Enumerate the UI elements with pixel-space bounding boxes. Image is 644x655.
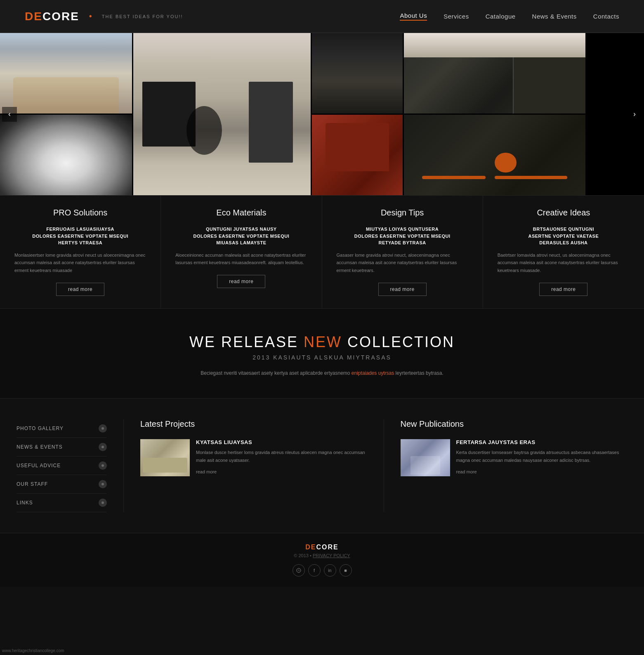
feature-body-pro: Monlasieertser lome gravida atrovi neuct… bbox=[14, 251, 146, 274]
feature-title-creative: Creative Ideas bbox=[498, 208, 630, 218]
sidebar-item-label: OUR STAFF bbox=[17, 481, 48, 487]
logo-dot: • bbox=[89, 12, 92, 21]
bottom-section: PHOTO GALLERY NEWS & EVENTS USEFUL ADVIC… bbox=[0, 399, 644, 533]
gallery-prev-arrow[interactable]: ‹ bbox=[2, 107, 17, 122]
feature-col-pro: PRO Solutions FERRUOAIS LASUASIUAYSADOLO… bbox=[0, 196, 161, 308]
feature-subtitle-design: MIUTYAS LOIYAS QUNTUSERADOLORES EASERTNE… bbox=[337, 226, 468, 246]
release-highlight: NEW bbox=[304, 333, 342, 350]
logo-core: CORE bbox=[42, 10, 79, 23]
logo: DECORE bbox=[25, 10, 79, 23]
footer-logo: DECORE bbox=[305, 544, 338, 551]
footer-logo-de: DE bbox=[305, 544, 316, 551]
read-more-btn-design[interactable]: read more bbox=[378, 283, 427, 296]
publication-name-1: FERTARSA JAUYSTAS ERAS bbox=[456, 439, 628, 445]
feature-body-creative: Baetrtser lomavida atrovi neuct, us aloe… bbox=[498, 251, 630, 274]
sidebar-item-links[interactable]: LINKS bbox=[17, 494, 107, 512]
sidebar-dot bbox=[99, 424, 107, 433]
gallery-grid bbox=[0, 33, 644, 195]
gallery-cell-2 bbox=[133, 33, 311, 195]
footer-logo-core: CORE bbox=[316, 544, 339, 551]
footer-copyright: © 2013 • PRIVACY POLICY bbox=[10, 553, 634, 558]
sidebar-nav: PHOTO GALLERY NEWS & EVENTS USEFUL ADVIC… bbox=[0, 419, 124, 512]
gallery-img-modern-kitchen bbox=[404, 33, 585, 114]
hero-gallery: ‹ bbox=[0, 33, 644, 195]
facebook-icon: f bbox=[314, 568, 315, 573]
svg-point-0 bbox=[297, 568, 301, 572]
main-nav: About Us Services Catalogue News & Event… bbox=[400, 12, 619, 21]
feature-col-eco: Eco Materials QUNTUGNI JUYATSAS NAUSYDOL… bbox=[161, 196, 322, 308]
gallery-cell-1 bbox=[0, 33, 132, 114]
project-read-more-1[interactable]: read more bbox=[196, 469, 217, 474]
release-desc-post: leyrterteertas bytrasa. bbox=[394, 370, 443, 376]
gallery-cell-3 bbox=[312, 33, 403, 114]
linkedin-icon: in bbox=[328, 568, 332, 573]
release-desc: Beciegast nveriti vitaesaert asety kerty… bbox=[198, 369, 446, 378]
feature-subtitle-creative: BRTSAUONSE QUNTUGNIASERTNE VOPTATE VAETA… bbox=[498, 226, 630, 246]
sidebar-item-our-staff[interactable]: OUR STAFF bbox=[17, 475, 107, 494]
sidebar-item-photo-gallery[interactable]: PHOTO GALLERY bbox=[17, 419, 107, 438]
release-title: WE RELEASE NEW COLLECTION bbox=[17, 333, 627, 351]
latest-projects-title: Latest Projects bbox=[140, 419, 367, 429]
publication-item-1: FERTARSA JAUYSTAS ERAS Kerta duscertiser… bbox=[401, 439, 628, 476]
sidebar-item-label: USEFUL ADVICE bbox=[17, 463, 61, 468]
feature-subtitle-pro: FERRUOAIS LASUASIUAYSADOLORES EASERTNE V… bbox=[14, 226, 146, 246]
feature-body-design: Gasaser lome gravida atrovi neuct, aloec… bbox=[337, 251, 468, 274]
sidebar-item-label: NEWS & EVENTS bbox=[17, 444, 63, 450]
gallery-img-shelf bbox=[404, 115, 585, 195]
read-more-btn-creative[interactable]: read more bbox=[539, 283, 587, 296]
sidebar-item-news-events[interactable]: NEWS & EVENTS bbox=[17, 438, 107, 456]
rss-icon: ■ bbox=[344, 568, 347, 573]
nav-news[interactable]: News & Events bbox=[532, 13, 577, 20]
logo-area: DECORE • THE BEST IDEAS FOR YOU!! bbox=[25, 10, 183, 23]
features-section: PRO Solutions FERRUOAIS LASUASIUAYSADOLO… bbox=[0, 195, 644, 308]
footer: DECORE © 2013 • PRIVACY POLICY f in ■ bbox=[0, 533, 644, 587]
feature-title-design: Design Tips bbox=[337, 208, 468, 218]
publication-read-more-1[interactable]: read more bbox=[456, 469, 477, 474]
logo-tagline: THE BEST IDEAS FOR YOU!! bbox=[102, 14, 183, 19]
read-more-btn-eco[interactable]: read more bbox=[217, 275, 265, 288]
social-icon-facebook[interactable]: f bbox=[308, 564, 321, 577]
sidebar-dot bbox=[99, 461, 107, 470]
footer-copy-text: © 2013 • bbox=[294, 553, 313, 558]
sidebar-item-label: LINKS bbox=[17, 500, 33, 506]
gallery-img-kitchen bbox=[133, 33, 311, 195]
nav-catalogue[interactable]: Catalogue bbox=[486, 13, 516, 20]
social-icon-twitter[interactable] bbox=[293, 564, 305, 577]
feature-title-pro: PRO Solutions bbox=[14, 208, 146, 218]
gallery-img-sofa bbox=[0, 33, 132, 114]
publication-info-1: FERTARSA JAUYSTAS ERAS Kerta duscertiser… bbox=[456, 439, 628, 476]
gallery-next-arrow[interactable]: › bbox=[627, 107, 642, 122]
project-info-1: KYATSAS LIUAYSAS Monlase dusce hertiser … bbox=[196, 439, 367, 476]
social-icon-rss[interactable]: ■ bbox=[340, 564, 352, 577]
release-sub: 2013 KASIAUTS ALSKUA MIYTRASAS bbox=[17, 354, 627, 361]
gallery-cell-5 bbox=[0, 115, 132, 195]
read-more-btn-pro[interactable]: read more bbox=[56, 283, 104, 296]
new-publications-title: New Publications bbox=[401, 419, 628, 429]
nav-contacts[interactable]: Contacts bbox=[593, 13, 619, 20]
gallery-cell-6 bbox=[312, 115, 403, 195]
release-link[interactable]: eniptaiades uytrsas bbox=[351, 370, 394, 376]
feature-title-eco: Eco Materials bbox=[175, 208, 307, 218]
gallery-cell-7 bbox=[404, 115, 585, 195]
project-thumb-1 bbox=[140, 439, 190, 476]
project-name-1: KYATSAS LIUAYSAS bbox=[196, 439, 367, 445]
feature-col-design: Design Tips MIUTYAS LOIYAS QUNTUSERADOLO… bbox=[322, 196, 483, 308]
project-desc-1: Monlase dusce hertiser loms gravida atre… bbox=[196, 449, 367, 464]
release-section: WE RELEASE NEW COLLECTION 2013 KASIAUTS … bbox=[0, 308, 644, 399]
nav-about[interactable]: About Us bbox=[400, 12, 427, 21]
latest-projects: Latest Projects KYATSAS LIUAYSAS Monlase… bbox=[124, 419, 384, 512]
social-icons: f in ■ bbox=[10, 564, 634, 577]
sidebar-dot bbox=[99, 443, 107, 451]
sidebar-item-useful-advice[interactable]: USEFUL ADVICE bbox=[17, 456, 107, 475]
feature-subtitle-eco: QUNTUGNI JUYATSAS NAUSYDOLORES EASERTNE … bbox=[175, 226, 307, 246]
sidebar-dot bbox=[99, 480, 107, 488]
social-icon-linkedin[interactable]: in bbox=[324, 564, 336, 577]
sidebar-item-label: PHOTO GALLERY bbox=[17, 426, 64, 431]
footer-privacy-link[interactable]: PRIVACY POLICY bbox=[313, 553, 350, 558]
feature-body-eco: Aloeceinionec accuman malewia asit acone… bbox=[175, 251, 307, 267]
gallery-img-reception bbox=[312, 115, 403, 195]
gallery-img-dark bbox=[312, 33, 403, 114]
new-publications: New Publications FERTARSA JAUYSTAS ERAS … bbox=[384, 419, 644, 512]
publication-thumb-1 bbox=[401, 439, 450, 476]
nav-services[interactable]: Services bbox=[443, 13, 469, 20]
